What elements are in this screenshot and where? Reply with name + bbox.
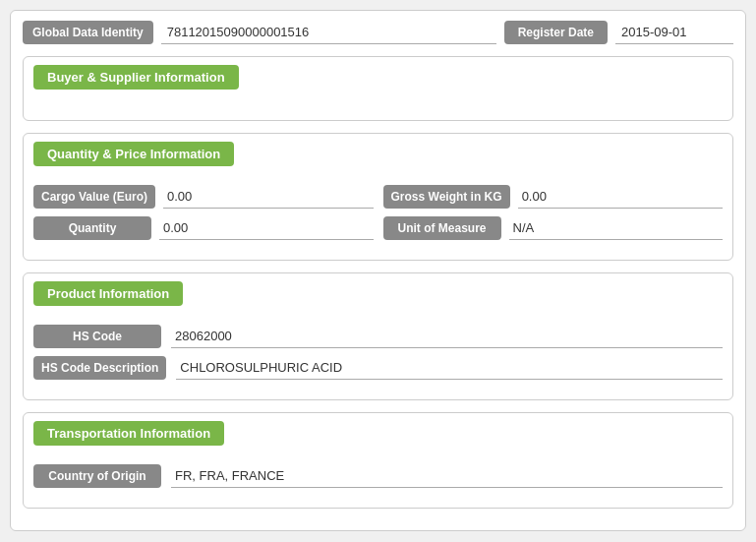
quantity-price-title: Quantity & Price Information [33,142,234,166]
uom-label: Unit of Measure [383,216,501,240]
quantity-price-section: Quantity & Price Information Cargo Value… [23,133,733,261]
quantity-group: Quantity [33,216,374,240]
country-origin-label: Country of Origin [33,464,161,488]
main-container: Global Data Identity Register Date Buyer… [10,10,746,531]
gdi-value-input[interactable] [161,21,496,44]
quantity-uom-row: Quantity Unit of Measure [33,216,723,240]
gross-weight-label: Gross Weight in KG [383,185,510,209]
uom-group: Unit of Measure [383,216,724,240]
cargo-value-input[interactable] [163,185,373,209]
cargo-label: Cargo Value (Euro) [33,185,155,209]
country-origin-input[interactable] [171,464,723,488]
register-label: Register Date [504,21,608,44]
product-title: Product Information [33,281,183,306]
quantity-label: Quantity [33,216,151,240]
hs-code-input[interactable] [171,325,723,348]
hs-desc-input[interactable] [176,356,723,380]
hs-code-label: HS Code [33,325,161,348]
cargo-gross-row: Cargo Value (Euro) Gross Weight in KG [33,185,723,209]
hs-desc-label: HS Code Description [33,356,166,380]
register-date-input[interactable] [615,21,733,44]
hs-code-row: HS Code [33,325,723,348]
hs-desc-row: HS Code Description [33,356,723,380]
transportation-section: Transportation Information Country of Or… [23,412,733,509]
country-origin-row: Country of Origin [33,464,723,488]
gross-weight-group: Gross Weight in KG [383,185,724,209]
quantity-input[interactable] [159,216,374,240]
header-row: Global Data Identity Register Date [23,21,733,44]
gdi-label: Global Data Identity [23,21,153,44]
buyer-supplier-title: Buyer & Supplier Information [33,65,239,90]
uom-input[interactable] [509,216,724,240]
product-section: Product Information HS Code HS Code Desc… [23,272,733,400]
gross-weight-input[interactable] [518,185,723,209]
cargo-group: Cargo Value (Euro) [33,185,374,209]
transportation-title: Transportation Information [33,421,224,446]
buyer-supplier-section: Buyer & Supplier Information [23,56,733,121]
